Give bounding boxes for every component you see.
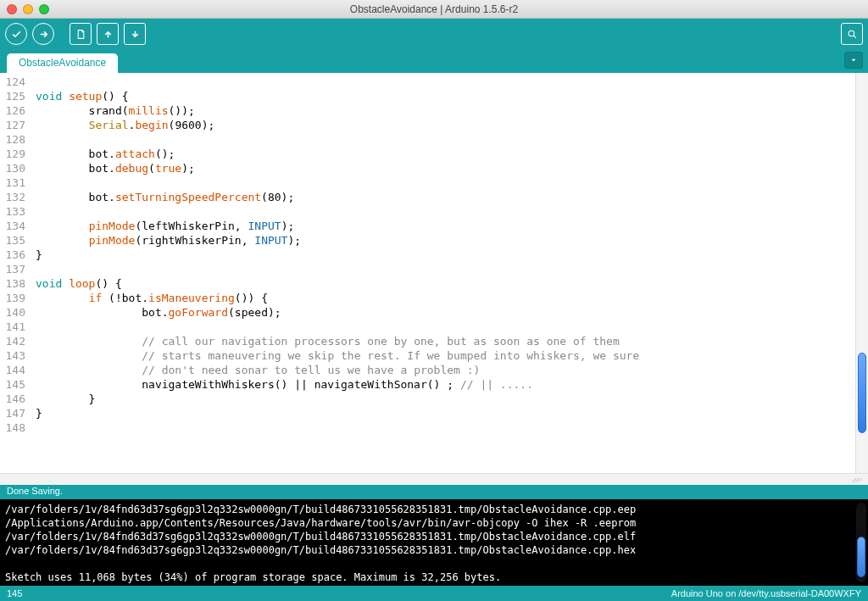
tab-sketch[interactable]: ObstacleAvoidance <box>7 53 118 73</box>
scrollbar-thumb[interactable] <box>858 353 866 433</box>
upload-button[interactable] <box>32 23 54 45</box>
new-button[interactable] <box>70 23 92 45</box>
editor-hscrollbar[interactable] <box>0 473 868 485</box>
chevron-down-icon <box>849 56 858 64</box>
verify-button[interactable] <box>5 23 27 45</box>
app-window: ObstacleAvoidance | Arduino 1.5.6-r2 Obs… <box>0 0 868 601</box>
toolbar <box>0 19 868 49</box>
console-output: /var/folders/1v/84fnd63d37sg6gp3l2q332sw… <box>5 503 863 584</box>
search-icon <box>847 29 858 40</box>
traffic-lights <box>7 4 49 14</box>
titlebar: ObstacleAvoidance | Arduino 1.5.6-r2 <box>0 0 868 19</box>
svg-point-0 <box>849 31 854 36</box>
editor-vscrollbar[interactable] <box>855 73 868 473</box>
tab-menu-button[interactable] <box>844 52 863 69</box>
scrollbar-thumb[interactable] <box>857 537 865 577</box>
minimize-button[interactable] <box>23 4 33 14</box>
check-icon <box>11 29 22 40</box>
cursor-line: 145 <box>7 588 22 598</box>
board-port: Arduino Uno on /dev/tty.usbserial-DA00WX… <box>671 588 861 598</box>
console[interactable]: /var/folders/1v/84fnd63d37sg6gp3l2q332sw… <box>0 499 868 586</box>
save-button[interactable] <box>124 23 146 45</box>
editor[interactable]: 1241251261271281291301311321331341351361… <box>0 73 868 473</box>
status-bar: Done Saving. <box>0 485 868 499</box>
line-gutter: 1241251261271281291301311321331341351361… <box>0 73 31 473</box>
code-area[interactable]: void setup() { srand(millis()); Serial.b… <box>31 73 855 473</box>
arrow-up-icon <box>103 29 114 40</box>
tab-bar: ObstacleAvoidance <box>0 49 868 73</box>
serial-monitor-button[interactable] <box>841 23 863 45</box>
arrow-down-icon <box>130 29 141 40</box>
resize-grip-icon[interactable] <box>848 476 865 484</box>
footer: 145 Arduino Uno on /dev/tty.usbserial-DA… <box>0 586 868 601</box>
open-button[interactable] <box>97 23 119 45</box>
console-vscrollbar[interactable] <box>856 503 866 582</box>
window-title: ObstacleAvoidance | Arduino 1.5.6-r2 <box>0 3 868 15</box>
file-icon <box>75 29 86 40</box>
zoom-button[interactable] <box>39 4 49 14</box>
arrow-right-icon <box>38 29 49 40</box>
close-button[interactable] <box>7 4 17 14</box>
